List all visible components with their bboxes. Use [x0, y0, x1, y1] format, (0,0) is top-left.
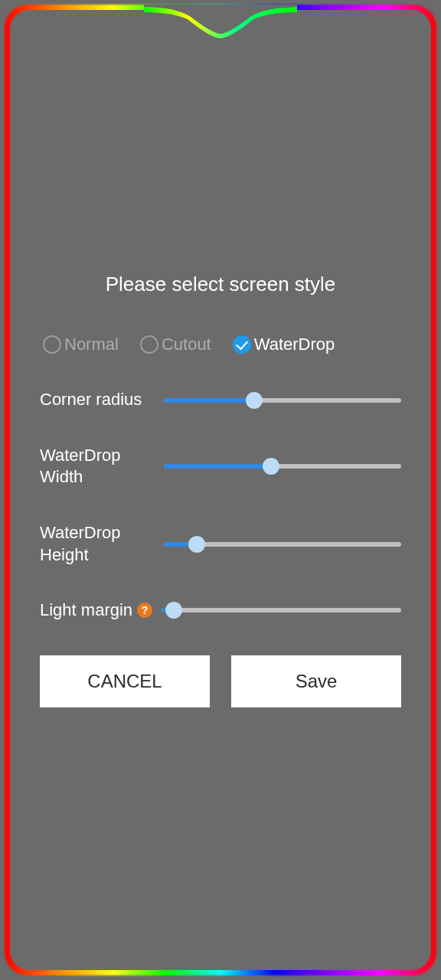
- light-margin-row: Light margin ?: [40, 599, 401, 622]
- save-button[interactable]: Save: [231, 655, 401, 707]
- screen-style-radios: Normal Cutout WaterDrop: [40, 335, 401, 354]
- corner-radius-slider[interactable]: [164, 391, 401, 410]
- radio-waterdrop[interactable]: WaterDrop: [233, 335, 335, 354]
- slider-label: WaterDrop Width: [40, 445, 155, 488]
- radio-label: WaterDrop: [254, 335, 335, 354]
- slider-fill: [164, 464, 271, 469]
- radio-icon: [43, 335, 61, 354]
- slider-thumb[interactable]: [263, 458, 279, 475]
- settings-panel: Please select screen style Normal Cutout…: [0, 0, 441, 980]
- slider-label: WaterDrop Height: [40, 522, 155, 566]
- corner-radius-row: Corner radius: [40, 389, 401, 411]
- waterdrop-width-slider[interactable]: [164, 457, 401, 475]
- radio-cutout[interactable]: Cutout: [140, 335, 211, 354]
- slider-label: Light margin ?: [40, 599, 152, 622]
- page-title: Please select screen style: [40, 273, 401, 296]
- waterdrop-height-slider[interactable]: [164, 535, 401, 554]
- waterdrop-width-row: WaterDrop Width: [40, 445, 401, 488]
- radio-normal[interactable]: Normal: [43, 335, 119, 354]
- slider-track: [162, 608, 401, 612]
- radio-label: Cutout: [162, 335, 211, 354]
- slider-thumb[interactable]: [188, 536, 205, 553]
- slider-label: Corner radius: [40, 389, 155, 411]
- slider-thumb[interactable]: [165, 602, 182, 619]
- help-icon[interactable]: ?: [137, 603, 152, 618]
- light-margin-slider[interactable]: [162, 601, 401, 619]
- waterdrop-height-row: WaterDrop Height: [40, 522, 401, 566]
- cancel-button[interactable]: CANCEL: [40, 655, 210, 707]
- radio-label: Normal: [64, 335, 119, 354]
- slider-thumb[interactable]: [246, 392, 263, 409]
- slider-fill: [164, 398, 254, 403]
- dialog-buttons: CANCEL Save: [40, 655, 401, 707]
- radio-icon: [140, 335, 158, 354]
- radio-icon-selected: [233, 335, 251, 354]
